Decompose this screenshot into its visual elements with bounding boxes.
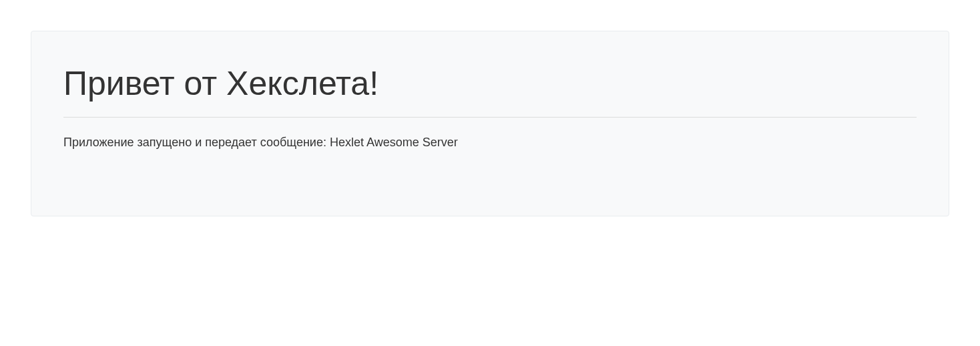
hero-panel: Привет от Хекслета! Приложение запущено … bbox=[31, 31, 949, 216]
page-title: Привет от Хекслета! bbox=[63, 63, 917, 104]
status-message: Приложение запущено и передает сообщение… bbox=[63, 134, 917, 152]
divider bbox=[63, 117, 917, 118]
